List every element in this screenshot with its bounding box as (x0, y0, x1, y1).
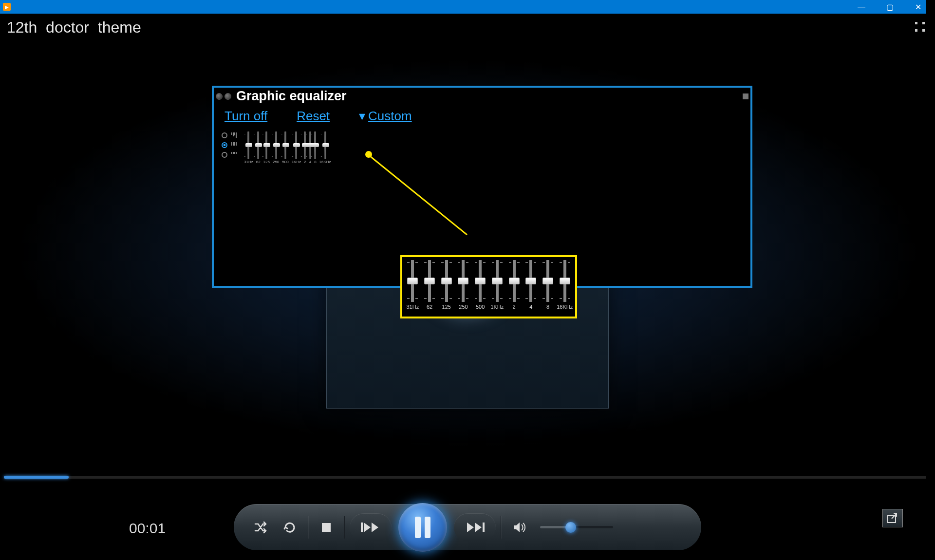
eq-band-label: 500 (282, 159, 288, 164)
eq-handle-icon[interactable] (216, 93, 223, 100)
eq-handle-icon[interactable] (224, 93, 231, 100)
titlebar: ▶ — ▢ ✕ (0, 0, 935, 14)
eq-band-label: 4 (529, 302, 532, 310)
eq-band-label: 62 (427, 302, 432, 310)
eq-band-slider[interactable]: 62 (256, 131, 261, 164)
svg-rect-5 (361, 523, 363, 532)
restore-window-button[interactable] (882, 509, 903, 527)
switch-view-icon[interactable] (915, 21, 925, 34)
time-display: 00:01 (129, 520, 166, 537)
eq-band-label: 1KHz (292, 159, 301, 164)
svg-rect-2 (915, 29, 917, 32)
mute-button[interactable] (506, 514, 532, 541)
eq-band-slider[interactable]: 2 (505, 260, 523, 316)
eq-band-slider[interactable]: 31Hz (244, 131, 253, 164)
eq-band-label: 4 (309, 159, 311, 164)
minimize-button[interactable]: — (847, 0, 876, 14)
eq-band-slider[interactable]: 500 (472, 260, 489, 316)
eq-band-label: 2 (304, 159, 306, 164)
eq-view-radio[interactable] (222, 142, 227, 148)
app-icon: ▶ (3, 3, 11, 11)
eq-band-label: 250 (273, 159, 279, 164)
svg-rect-9 (888, 516, 896, 523)
eq-turn-off-link[interactable]: Turn off (224, 109, 267, 124)
eq-band-label: 8 (314, 159, 316, 164)
repeat-button[interactable] (277, 514, 303, 541)
pause-button[interactable] (398, 503, 447, 552)
eq-band-label: 1KHz (490, 302, 504, 310)
eq-band-slider[interactable]: 62 (421, 260, 438, 316)
eq-band-slider[interactable]: 16KHz (556, 260, 573, 316)
eq-band-slider[interactable]: 1KHz (489, 260, 506, 316)
eq-view-radio[interactable] (222, 152, 227, 158)
previous-button[interactable] (350, 513, 392, 541)
eq-band-slider[interactable]: 16KHz (319, 131, 331, 164)
window-controls: — ▢ ✕ (847, 0, 932, 14)
eq-band-label: 125 (442, 302, 451, 310)
eq-band-slider[interactable]: 500 (282, 131, 288, 164)
eq-mode-icon (231, 132, 240, 138)
eq-band-label: 8 (546, 302, 549, 310)
eq-band-label: 16KHz (557, 302, 573, 310)
eq-band-label: 16KHz (319, 159, 331, 164)
eq-band-slider[interactable]: 4 (523, 260, 540, 316)
stop-button[interactable] (313, 514, 339, 541)
eq-band-label: 500 (476, 302, 485, 310)
volume-thumb[interactable] (565, 522, 576, 533)
eq-band-label: 250 (459, 302, 468, 310)
eq-band-slider[interactable]: 250 (455, 260, 472, 316)
eq-band-label: 31Hz (244, 159, 253, 164)
eq-zoom-callout: 31Hz621252505001KHz24816KHz (400, 255, 577, 318)
eq-band-slider[interactable]: 31Hz (404, 260, 421, 316)
svg-rect-7 (425, 517, 430, 538)
eq-band-slider[interactable]: 4 (309, 131, 311, 164)
eq-band-slider[interactable]: 2 (304, 131, 306, 164)
eq-preset-dropdown[interactable]: Custom (359, 109, 412, 124)
eq-band-slider[interactable]: 8 (314, 131, 316, 164)
equalizer-close-icon[interactable] (743, 93, 748, 99)
eq-band-label: 31Hz (407, 302, 419, 310)
svg-rect-8 (483, 523, 485, 532)
eq-band-slider[interactable]: 8 (540, 260, 557, 316)
svg-rect-6 (415, 517, 421, 538)
eq-reset-link[interactable]: Reset (297, 109, 330, 124)
shuffle-button[interactable] (247, 514, 274, 541)
eq-band-label: 62 (256, 159, 261, 164)
seek-bar[interactable] (4, 476, 929, 479)
eq-band-slider[interactable]: 1KHz (292, 131, 301, 164)
eq-band-slider[interactable]: 125 (438, 260, 455, 316)
seek-progress (4, 476, 69, 479)
eq-band-slider[interactable]: 125 (263, 131, 270, 164)
playback-controls (234, 504, 701, 550)
eq-mode-icon (231, 142, 240, 148)
eq-view-radio[interactable] (222, 132, 227, 138)
svg-rect-0 (915, 22, 917, 24)
eq-mode-icon (231, 152, 240, 158)
eq-band-label: 125 (263, 159, 270, 164)
next-button[interactable] (454, 513, 496, 541)
eq-sliders: 31Hz621252505001KHz24816KHz (244, 131, 331, 164)
equalizer-title: Graphic equalizer (233, 89, 347, 104)
maximize-button[interactable]: ▢ (876, 0, 904, 14)
svg-rect-4 (322, 523, 331, 532)
eq-band-label: 2 (513, 302, 516, 310)
volume-slider[interactable] (540, 526, 613, 528)
svg-rect-3 (922, 29, 925, 32)
svg-rect-1 (922, 22, 925, 24)
eq-band-slider[interactable]: 250 (273, 131, 279, 164)
